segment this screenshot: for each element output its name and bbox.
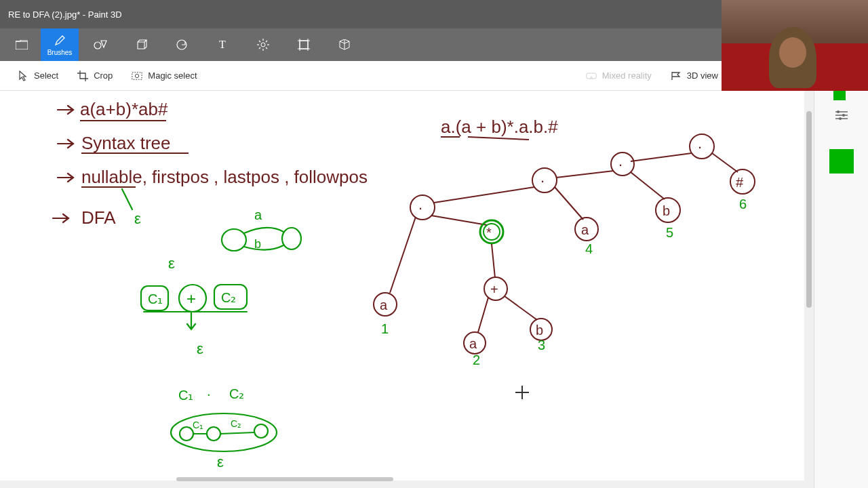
svg-point-72 [282,228,301,249]
svg-text:·: · [540,172,545,189]
canvas-icon [297,38,311,52]
drawing-content: a(a+b)*ab# Syntax tree nullable, firstpo… [0,91,814,481]
menu-button[interactable] [5,28,38,61]
text-icon: T [216,38,229,52]
svg-text:*: * [486,225,492,240]
magic-icon [132,70,142,81]
svg-point-89 [254,424,268,438]
svg-line-35 [556,171,614,178]
svg-text:ε: ε [168,255,175,272]
svg-line-47 [390,217,416,293]
horizontal-scrollbar[interactable] [176,477,393,481]
crop-button[interactable]: Crop [68,61,122,91]
svg-rect-12 [300,41,308,49]
svg-line-42 [555,187,583,220]
svg-text:+: + [490,282,498,297]
svg-text:1: 1 [381,321,389,336]
expand-panel-button[interactable] [825,102,858,129]
view3d-label: 3D view [687,70,718,81]
svg-point-86 [180,427,193,441]
3d-shapes-button[interactable] [122,28,160,61]
svg-text:4: 4 [585,241,593,256]
svg-line-48 [431,216,487,225]
select-button[interactable]: Select [8,61,68,91]
svg-point-1 [94,42,101,49]
effects-button[interactable] [244,28,282,61]
mixed-label: Mixed reality [602,70,652,81]
canvas-area: a(a+b)*ab# Syntax tree nullable, firstpo… [0,91,868,488]
svg-text:·: · [207,386,211,401]
svg-text:Syntax tree: Syntax tree [81,133,171,153]
svg-line-52 [492,244,495,278]
svg-line-29 [631,153,692,161]
svg-text:a.(a + b)*.a.b.#: a.(a + b)*.a.b.# [441,117,558,137]
color-swatch[interactable] [829,149,854,174]
svg-point-20 [136,74,139,77]
svg-text:·: · [618,156,623,173]
svg-text:a: a [469,336,477,351]
svg-line-11 [266,41,267,42]
svg-point-98 [842,114,845,117]
svg-line-55 [478,298,488,332]
svg-text:C₂: C₂ [221,290,236,305]
svg-text:b: b [254,237,261,251]
canvas[interactable]: a(a+b)*ab# Syntax tree nullable, firstpo… [0,91,814,481]
svg-text:3: 3 [538,338,545,352]
vertical-scrollbar[interactable] [804,91,814,488]
svg-point-3 [261,43,265,47]
svg-rect-19 [132,72,142,79]
svg-text:+: + [186,289,196,308]
svg-line-9 [266,47,267,49]
svg-line-8 [259,41,260,42]
3d-view-button[interactable]: 3D view [661,61,728,91]
svg-text:a: a [581,222,589,237]
svg-line-41 [434,187,534,203]
svg-text:a(a+b)*ab#: a(a+b)*ab# [80,99,168,119]
magic-label: Magic select [148,70,197,81]
svg-point-87 [207,427,220,441]
svg-text:ε: ε [217,453,224,470]
svg-text:nullable, firstpos , lastpos ,: nullable, firstpos , lastpos , followpos [81,167,368,187]
cursor-icon [18,70,28,81]
svg-text:C₁: C₁ [148,291,163,306]
2d-shapes-button[interactable] [81,28,119,61]
svg-text:#: # [736,175,744,190]
svg-text:·: · [418,199,422,216]
svg-line-30 [712,153,738,172]
svg-point-85 [171,413,277,451]
window-title: RE to DFA (2).jpg* - Paint 3D [8,9,122,20]
brushes-button[interactable]: Brushes [41,28,79,61]
cube-icon [134,38,148,52]
svg-text:6: 6 [739,197,747,211]
svg-text:ε: ε [134,210,141,227]
svg-line-56 [505,296,537,320]
webcam-overlay [722,0,868,91]
svg-text:DFA: DFA [81,207,116,228]
sticker-icon [175,38,189,52]
effects-icon [256,38,270,52]
text-button[interactable]: T [203,28,241,61]
brushes-label: Brushes [47,49,73,56]
svg-text:·: · [698,138,702,155]
svg-point-97 [837,110,840,113]
scroll-thumb[interactable] [806,111,812,308]
flag-icon [671,70,682,81]
svg-text:ε: ε [197,340,203,357]
stickers-button[interactable] [163,28,201,61]
crop-label: Crop [94,70,113,81]
right-panel [814,91,868,488]
svg-line-10 [259,47,260,49]
svg-text:2: 2 [473,352,480,367]
svg-text:C₁: C₁ [193,420,203,430]
svg-text:b: b [536,323,543,338]
library-icon [338,38,351,52]
select-label: Select [34,70,58,81]
vr-icon [586,70,597,81]
svg-text:a: a [254,207,262,222]
folder-icon [15,38,28,52]
canvas-button[interactable] [285,28,323,61]
3d-library-button[interactable] [326,28,363,61]
svg-text:C₁: C₁ [178,388,193,403]
magic-select-button[interactable]: Magic select [122,61,206,91]
shapes-2d-icon [94,38,107,52]
